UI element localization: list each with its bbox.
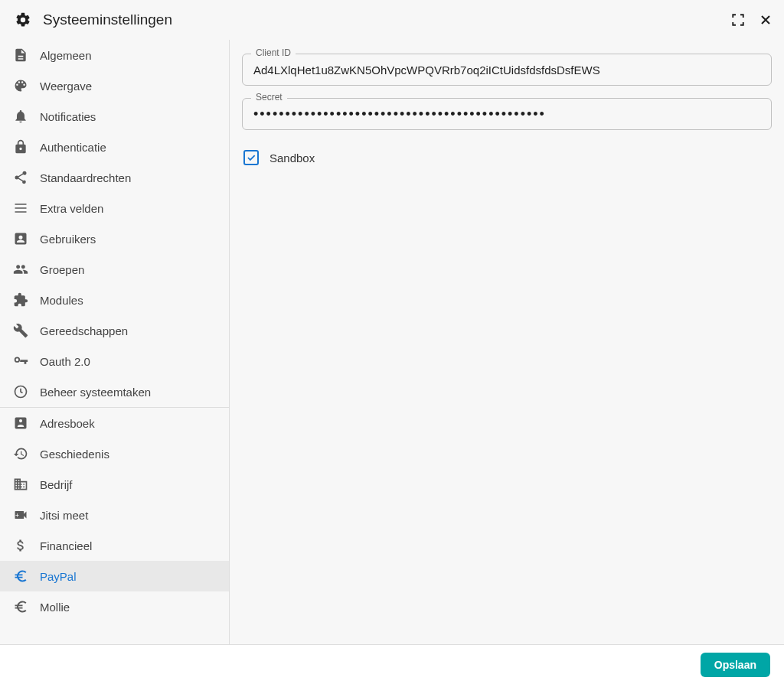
- dollar-icon: [12, 537, 29, 554]
- sidebar-item-label: Notificaties: [40, 110, 96, 123]
- list-icon: [12, 200, 29, 217]
- sidebar-item-label: Jitsi meet: [40, 509, 88, 522]
- sidebar-item-modules[interactable]: Modules: [0, 285, 229, 315]
- client-id-label: Client ID: [251, 47, 296, 58]
- sidebar-item-adresboek[interactable]: Adresboek: [0, 408, 229, 438]
- sidebar-item-paypal[interactable]: PayPal: [0, 561, 229, 591]
- sidebar-item-algemeen[interactable]: Algemeen: [0, 40, 229, 70]
- sandbox-row: Sandbox: [242, 150, 772, 165]
- sidebar-item-geschiedenis[interactable]: Geschiedenis: [0, 438, 229, 469]
- key-icon: [12, 353, 29, 370]
- footer: Opslaan: [0, 644, 784, 684]
- sidebar-item-gereedschappen[interactable]: Gereedschappen: [0, 315, 229, 346]
- sidebar-item-authenticatie[interactable]: Authenticatie: [0, 132, 229, 162]
- fullscreen-icon[interactable]: [729, 11, 747, 29]
- sidebar-item-beheer-systeemtaken[interactable]: Beheer systeemtaken: [0, 376, 229, 407]
- palette-icon: [12, 77, 29, 94]
- lock-icon: [12, 138, 29, 155]
- save-button[interactable]: Opslaan: [701, 653, 770, 677]
- sidebar-item-jitsi-meet[interactable]: Jitsi meet: [0, 500, 229, 530]
- wrench-icon: [12, 322, 29, 339]
- sidebar-item-label: Mollie: [40, 601, 70, 614]
- sandbox-checkbox[interactable]: [243, 150, 259, 165]
- secret-field-wrapper: Secret: [242, 98, 772, 130]
- sidebar-item-label: Gebruikers: [40, 233, 96, 246]
- header-left: Systeeminstellingen: [14, 11, 172, 29]
- sidebar-item-extra-velden[interactable]: Extra velden: [0, 193, 229, 223]
- sidebar-item-label: Bedrijf: [40, 478, 73, 491]
- sandbox-label: Sandbox: [270, 151, 315, 164]
- clock-icon: [12, 383, 29, 400]
- sidebar-item-financieel[interactable]: Financieel: [0, 530, 229, 561]
- history-icon: [12, 445, 29, 462]
- content-area: AlgemeenWeergaveNotificatiesAuthenticati…: [0, 40, 784, 644]
- sidebar-item-label: Weergave: [40, 80, 92, 93]
- euro-icon: [12, 598, 29, 615]
- sidebar-item-label: Geschiedenis: [40, 448, 109, 461]
- sidebar-item-label: Adresboek: [40, 417, 95, 430]
- bell-icon: [12, 108, 29, 125]
- video-icon: [12, 506, 29, 523]
- gear-icon: [14, 11, 32, 29]
- sidebar-item-label: Modules: [40, 294, 83, 307]
- client-id-input[interactable]: [242, 54, 772, 86]
- close-icon[interactable]: [756, 11, 775, 29]
- sidebar-item-groepen[interactable]: Groepen: [0, 254, 229, 285]
- secret-input[interactable]: [242, 98, 772, 130]
- sidebar-item-notificaties[interactable]: Notificaties: [0, 101, 229, 132]
- secret-label: Secret: [251, 92, 287, 103]
- sidebar-item-oauth-2.0[interactable]: Oauth 2.0: [0, 346, 229, 376]
- sidebar-item-weergave[interactable]: Weergave: [0, 70, 229, 101]
- sidebar-item-label: Algemeen: [40, 49, 92, 62]
- sidebar-item-mollie[interactable]: Mollie: [0, 591, 229, 622]
- client-id-field-wrapper: Client ID: [242, 54, 772, 86]
- sidebar-item-standaardrechten[interactable]: Standaardrechten: [0, 162, 229, 193]
- sidebar-item-label: Groepen: [40, 263, 84, 276]
- sidebar-item-label: PayPal: [40, 570, 77, 583]
- sidebar-item-bedrijf[interactable]: Bedrijf: [0, 469, 229, 500]
- puzzle-icon: [12, 292, 29, 308]
- group-icon: [12, 261, 29, 278]
- page-title: Systeeminstellingen: [43, 11, 172, 28]
- sidebar-item-label: Gereedschappen: [40, 324, 128, 337]
- sidebar-item-label: Beheer systeemtaken: [40, 386, 151, 399]
- sidebar-item-label: Extra velden: [40, 202, 103, 215]
- main-panel: Client ID Secret Sandbox: [230, 40, 784, 644]
- sidebar-item-label: Authenticatie: [40, 141, 106, 154]
- sidebar-item-label: Financieel: [40, 539, 92, 552]
- business-icon: [12, 476, 29, 493]
- header-right: [729, 11, 775, 29]
- share-icon: [12, 169, 29, 186]
- euro-icon: [12, 568, 29, 585]
- user-icon: [12, 230, 29, 247]
- document-icon: [12, 47, 29, 64]
- header: Systeeminstellingen: [0, 0, 784, 40]
- sidebar-item-label: Oauth 2.0: [40, 355, 90, 368]
- addressbook-icon: [12, 415, 29, 432]
- sidebar-item-gebruikers[interactable]: Gebruikers: [0, 223, 229, 254]
- sidebar: AlgemeenWeergaveNotificatiesAuthenticati…: [0, 40, 230, 644]
- sidebar-item-label: Standaardrechten: [40, 171, 131, 184]
